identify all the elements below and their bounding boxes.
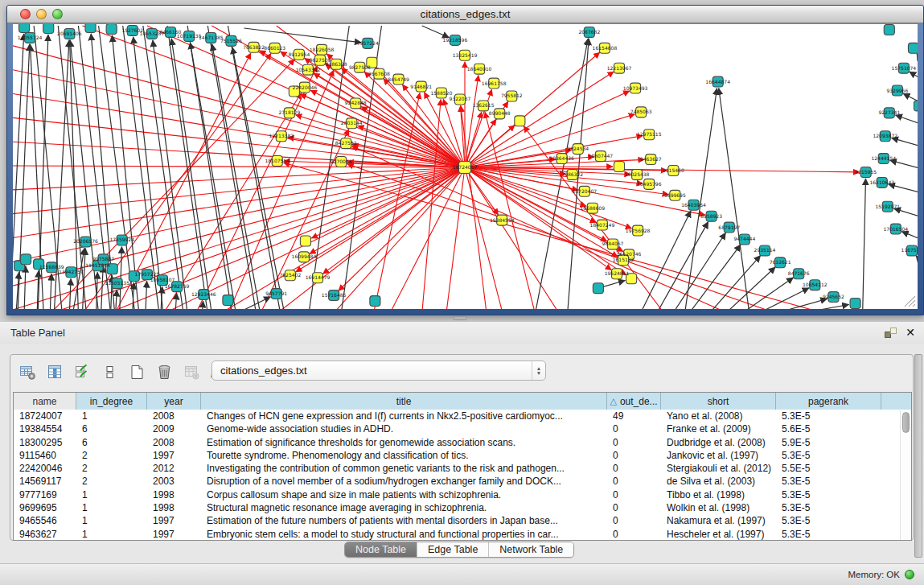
table-cell: 9463627 [14,528,76,541]
graph-node-label: 10025438 [625,171,650,177]
graph-node-label: 17016504 [884,226,909,232]
table-row[interactable]: 977716911998Corpus callosum shape and si… [14,488,911,501]
table-cell: Estimation of significance thresholds fo… [201,436,607,449]
tab-network-table[interactable]: Network Table [488,542,573,557]
graph-node[interactable] [370,296,380,307]
graph-node[interactable] [614,162,624,172]
table-row[interactable]: 2242004622012Investigating the contribut… [14,462,911,475]
scrollbar-thumb[interactable] [902,412,910,433]
table-row[interactable]: 1456911722003Disruption of a novel membe… [14,475,911,488]
column-header-out-de-[interactable]: △out_de... [607,393,661,410]
citation-graph[interactable]: 1872400714055724206914061527602106532876… [13,24,918,309]
graph-node-label: 12213382 [269,133,294,138]
column-header-pagerank[interactable]: pagerank [776,393,881,410]
table-cell: Investigating the contribution of common… [201,462,607,475]
graph-node-label: 16120746 [617,251,642,257]
table-cell: 5.3E-5 [776,514,881,527]
graph-node[interactable] [884,24,894,35]
table-cell: 5.3E-5 [776,501,881,514]
graph-node-label: 12093872 [873,133,897,138]
network-canvas[interactable]: 1872400714055724206914061527602106532876… [13,24,918,309]
graph-node[interactable] [223,295,233,306]
column-header-year[interactable]: year [147,393,201,410]
graph-node[interactable] [908,43,918,53]
table-row[interactable]: 1872400712008Changes of HCN gene express… [14,410,911,422]
graph-node-label: 15716485 [322,292,347,298]
table-cell: 0 [607,436,661,449]
graph-node[interactable] [85,24,96,32]
graph-node-label: 19218596 [443,37,468,43]
column-header-label: in_degree [90,396,133,407]
graph-node-label: 8186328 [326,61,347,67]
table-row[interactable]: 1938455462009Genome-wide association stu… [14,422,911,435]
close-panel-icon[interactable]: ✕ [906,326,915,339]
panel-scrollbar[interactable] [914,354,922,558]
graph-node-label: 18407249 [590,222,615,228]
table-cell: 5.9E-5 [776,436,881,449]
column-header-in-degree[interactable]: in_degree [76,393,147,410]
graph-node-label: 9463627 [640,156,662,162]
column-header-label: year [164,396,183,407]
graph-node-label: 9322037 [450,96,471,101]
network-window-titlebar[interactable]: citations_edges.txt [7,6,923,23]
table-cell: 19384554 [14,422,76,435]
table-row[interactable]: 969969511998Structural magnetic resonanc… [14,501,911,514]
memory-status-label: Memory: OK [848,570,900,579]
graph-node-label: 20206576 [73,238,98,244]
panel-splitter-handle[interactable] [453,316,467,320]
graph-node[interactable] [300,236,310,246]
close-window-icon[interactable] [20,9,31,19]
table-row[interactable]: 946554611997Estimation of the future num… [14,514,911,527]
tab-node-table[interactable]: Node Table [345,542,417,557]
select-rows-icon[interactable] [72,361,92,382]
column-header-title[interactable]: title [201,393,607,410]
canvas-resize-grip[interactable] [905,296,915,307]
column-header-name[interactable]: name [14,393,76,410]
graph-node[interactable] [21,254,31,265]
graph-node-label: 9170066 [331,159,352,164]
float-panel-icon[interactable] [885,328,897,338]
graph-node-label: 19756928 [626,228,651,233]
row-height-icon[interactable] [99,361,120,382]
create-table-icon[interactable] [126,361,147,382]
graph-node-label: 9699695 [664,192,686,198]
table-row[interactable]: 946362711997Embryonic stem cells: a mode… [14,528,911,541]
graph-node-label: 1615132 [613,257,634,262]
graph-node[interactable] [19,24,30,32]
tab-edge-table[interactable]: Edge Table [417,542,488,557]
graph-node-label: 9824534 [567,146,589,151]
table-cell: 1998 [147,501,201,514]
column-visibility-icon[interactable] [44,361,65,382]
graph-node-label: 15751074 [892,65,917,71]
table-row[interactable]: 1830029562008Estimation of significance … [14,436,911,449]
table-select-dropdown[interactable]: citations_edges.txt ▲▼ [211,360,546,381]
graph-node-label: 6879197 [718,225,740,230]
delete-table-icon[interactable] [154,361,175,382]
minimize-window-icon[interactable] [36,9,47,19]
table-cell: 49 [607,410,661,422]
column-header-label: title [396,396,412,407]
network-view-area: citations_edges.txt [0,0,924,322]
column-header-short[interactable]: short [661,393,776,410]
graph-node[interactable] [914,101,918,111]
import-table-icon[interactable] [181,361,202,382]
table-vertical-scrollbar[interactable] [900,410,910,540]
graph-node[interactable] [593,283,603,294]
graph-node-label: 7957224 [357,40,379,46]
table-cell: 1 [76,514,147,527]
graph-node-label: 16782759 [165,283,190,289]
table-options-icon[interactable] [17,361,38,382]
graph-node-label: 16495796 [637,181,662,187]
graph-node-label: 7663822 [243,44,265,50]
table-cell: 1997 [147,528,201,541]
table-cell: 18300295 [14,436,76,449]
table-panel-title: Table Panel [10,327,65,339]
zoom-window-icon[interactable] [52,9,63,19]
table-row[interactable]: 911546021997Tourette syndrome. Phenomeno… [14,449,911,462]
graph-node[interactable] [106,24,117,34]
graph-node[interactable] [850,299,860,309]
graph-node[interactable] [43,24,54,33]
table-cell: Genome-wide association studies in ADHD. [201,422,607,435]
graph-node-label: 18724007 [453,164,478,170]
graph-node[interactable] [515,116,525,126]
